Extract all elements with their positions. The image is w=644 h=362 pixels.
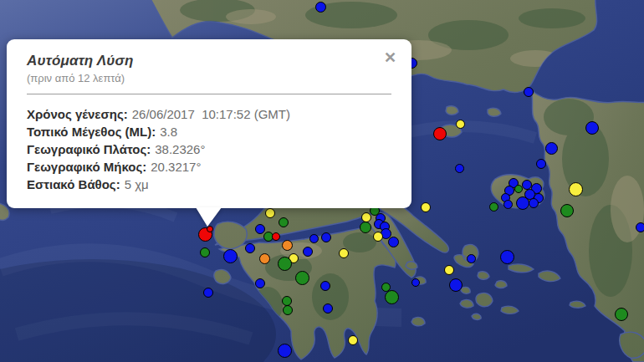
- earthquake-marker[interactable]: [265, 208, 275, 218]
- earthquake-marker[interactable]: [203, 288, 213, 298]
- field-longitude: Γεωγραφικό Μήκος:20.3217°: [27, 158, 391, 176]
- earthquake-marker[interactable]: [536, 159, 546, 169]
- earthquake-marker[interactable]: [503, 200, 513, 209]
- earthquake-marker[interactable]: [489, 202, 498, 212]
- earthquake-marker[interactable]: [272, 232, 280, 241]
- earthquake-marker[interactable]: [456, 120, 465, 129]
- earthquake-marker[interactable]: [560, 204, 574, 217]
- earthquake-marker[interactable]: [545, 142, 558, 155]
- earthquake-marker[interactable]: [360, 222, 371, 233]
- earthquake-marker[interactable]: [373, 232, 383, 242]
- earthquake-marker[interactable]: [615, 308, 628, 321]
- earthquake-marker[interactable]: [320, 281, 330, 291]
- earthquake-marker[interactable]: [500, 250, 514, 264]
- popup-callout-tail: [196, 207, 222, 227]
- earthquake-marker[interactable]: [259, 253, 270, 264]
- earthquake-info-popup: ✕ Αυτόματη Λύση (πριν από 12 λεπτά) Χρόν…: [7, 39, 411, 208]
- earthquake-marker[interactable]: [385, 290, 399, 304]
- close-icon[interactable]: ✕: [382, 48, 398, 67]
- earthquake-marker[interactable]: [282, 240, 293, 251]
- earthquake-marker[interactable]: [585, 121, 599, 135]
- earthquake-marker[interactable]: [278, 344, 292, 358]
- earthquake-marker[interactable]: [315, 2, 326, 13]
- earthquake-marker[interactable]: [467, 254, 476, 263]
- earthquake-marker[interactable]: [278, 257, 292, 271]
- earthquake-marker[interactable]: [279, 217, 289, 227]
- earthquake-marker[interactable]: [323, 303, 333, 314]
- earthquake-marker[interactable]: [636, 222, 644, 232]
- popup-subtitle: (πριν από 12 λεπτά): [27, 72, 391, 84]
- earthquake-marker[interactable]: [321, 232, 331, 242]
- earthquake-marker[interactable]: [524, 87, 534, 97]
- field-latitude: Γεωγραφικό Πλάτος:38.2326°: [27, 140, 391, 158]
- earthquake-marker[interactable]: [245, 243, 255, 253]
- earthquake-marker[interactable]: [449, 278, 463, 292]
- earthquake-marker[interactable]: [411, 278, 420, 287]
- earthquake-marker[interactable]: [295, 271, 309, 285]
- earthquake-marker[interactable]: [455, 164, 464, 173]
- earthquake-marker[interactable]: [255, 278, 265, 288]
- popup-title: Αυτόματη Λύση: [27, 53, 391, 69]
- earthquake-marker[interactable]: [223, 249, 238, 263]
- field-origin-time: Χρόνος γένεσης:26/06/2017 10:17:52 (GMT): [27, 105, 391, 123]
- field-local-magnitude: Τοπικό Μέγεθος (ML):3.8: [27, 123, 391, 140]
- earthquake-marker[interactable]: [255, 224, 265, 234]
- earthquake-marker[interactable]: [348, 335, 358, 345]
- earthquake-marker[interactable]: [569, 182, 583, 196]
- earthquake-marker[interactable]: [388, 237, 399, 247]
- popup-divider: [27, 94, 391, 94]
- earthquake-marker[interactable]: [433, 127, 447, 140]
- earthquake-marker[interactable]: [339, 248, 349, 258]
- earthquake-marker[interactable]: [529, 198, 539, 208]
- earthquake-marker[interactable]: [421, 202, 431, 212]
- earthquake-marker[interactable]: [283, 305, 293, 315]
- earthquake-marker[interactable]: [309, 234, 319, 243]
- earthquake-map-app: ✕ Αυτόματη Λύση (πριν από 12 λεπτά) Χρόν…: [0, 0, 644, 362]
- earthquake-marker[interactable]: [303, 247, 313, 257]
- earthquake-marker[interactable]: [200, 247, 210, 257]
- earthquake-marker[interactable]: [444, 265, 454, 275]
- earthquake-marker[interactable]: [516, 196, 529, 210]
- earthquake-marker[interactable]: [207, 226, 213, 232]
- field-focal-depth: Εστιακό Βάθος:5 χμ: [27, 176, 391, 193]
